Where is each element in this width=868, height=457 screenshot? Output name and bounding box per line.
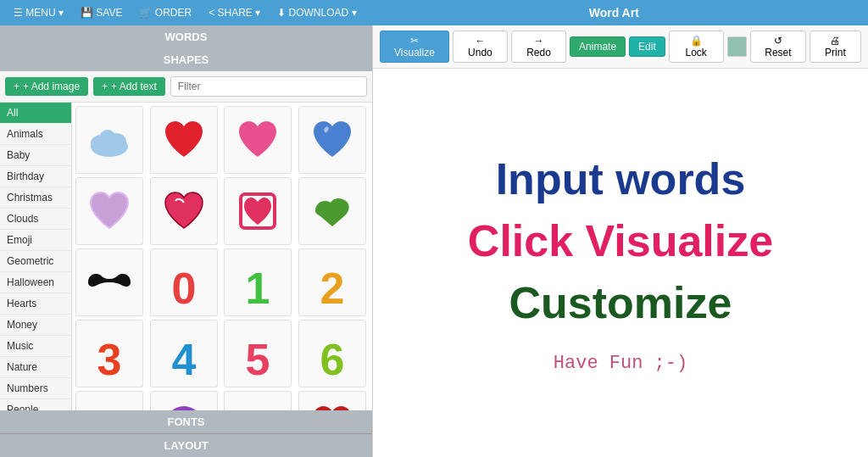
svg-point-3 [99, 130, 116, 147]
share-button[interactable]: < SHARE ▾ [202, 5, 267, 20]
category-list: AllAnimalsBabyBirthdayChristmasCloudsEmo… [0, 103, 72, 410]
add-text-button[interactable]: + + Add text [93, 77, 165, 96]
shape-bird-heart[interactable] [298, 177, 366, 245]
order-button[interactable]: 🛒 ORDER [132, 5, 198, 20]
category-item-numbers[interactable]: Numbers [0, 378, 71, 399]
words-section-header[interactable]: WORDS [0, 25, 372, 48]
category-item-money[interactable]: Money [0, 315, 71, 336]
canvas-line1: Input words [468, 148, 773, 210]
category-item-halloween[interactable]: Halloween [0, 272, 71, 293]
canvas-line3: Customize [468, 272, 773, 334]
toolbar: ✂ Visualize ← Undo → Redo Animate Edit 🔒… [373, 25, 868, 69]
svg-text:5: 5 [246, 335, 270, 379]
shape-red-shape[interactable] [298, 391, 366, 410]
shape-number-1[interactable]: 1 [224, 248, 292, 316]
shape-purple-circle[interactable] [150, 391, 218, 410]
save-button[interactable]: 💾 SAVE [74, 5, 129, 20]
right-panel: ✂ Visualize ← Undo → Redo Animate Edit 🔒… [373, 25, 868, 457]
topbar: ☰ MENU ▾ 💾 SAVE 🛒 ORDER < SHARE ▾ ⬇ DOWN… [0, 0, 868, 25]
reset-button[interactable]: ↺ Reset [750, 31, 806, 63]
canvas-line2: Click Visualize [468, 210, 773, 272]
category-item-nature[interactable]: Nature [0, 357, 71, 378]
category-item-hearts[interactable]: Hearts [0, 293, 71, 315]
left-panel: WORDS SHAPES + + Add image + + Add text … [0, 25, 373, 457]
shape-pink-heart[interactable] [224, 106, 292, 174]
svg-text:0: 0 [171, 264, 196, 308]
category-item-music[interactable]: Music [0, 336, 71, 357]
shape-number-3[interactable]: 3 [75, 320, 143, 387]
shape-lavender-heart[interactable] [75, 177, 143, 245]
shapes-section-header[interactable]: SHAPES [0, 48, 372, 71]
shape-mustache[interactable] [75, 248, 143, 316]
shapes-toolbar: + + Add image + + Add text [0, 71, 372, 103]
layout-section-header[interactable]: LAYOUT [0, 433, 372, 457]
color-swatch[interactable] [727, 36, 748, 57]
add-image-button[interactable]: + + Add image [5, 77, 88, 96]
category-item-christmas[interactable]: Christmas [0, 187, 71, 209]
canvas-area: Input words Click Visualize Customize Ha… [373, 69, 868, 457]
app-title: Word Art [367, 6, 861, 20]
shape-square-heart[interactable] [224, 177, 292, 245]
category-item-geometric[interactable]: Geometric [0, 251, 71, 272]
shapes-grid: 0 1 2 3 4 5 [72, 103, 372, 410]
category-item-emoji[interactable]: Emoji [0, 230, 71, 251]
shapes-section: + + Add image + + Add text AllAnimalsBab… [0, 71, 372, 410]
shapes-body: AllAnimalsBabyBirthdayChristmasCloudsEmo… [0, 103, 372, 410]
svg-text:6: 6 [320, 335, 344, 379]
shape-cloud[interactable] [75, 106, 143, 174]
filter-input[interactable] [170, 76, 367, 97]
plus-icon: + [102, 81, 108, 92]
plus-icon: + [14, 81, 19, 92]
shape-number-0[interactable]: 0 [150, 248, 218, 316]
canvas-line4: Have Fun ;-) [468, 351, 773, 377]
category-item-clouds[interactable]: Clouds [0, 209, 71, 230]
lock-button[interactable]: 🔒 Lock [669, 31, 724, 63]
category-item-animals[interactable]: Animals [0, 124, 71, 145]
undo-button[interactable]: ← Undo [453, 31, 508, 63]
menu-button[interactable]: ☰ MENU ▾ [7, 5, 70, 20]
redo-button[interactable]: → Redo [511, 31, 566, 63]
print-button[interactable]: 🖨 Print [810, 31, 861, 63]
category-item-all[interactable]: All [0, 103, 71, 124]
svg-text:1: 1 [246, 264, 270, 308]
fonts-section-header[interactable]: FONTS [0, 410, 372, 433]
category-item-baby[interactable]: Baby [0, 145, 71, 166]
category-item-people[interactable]: People [0, 399, 71, 410]
download-button[interactable]: ⬇ DOWNLOAD ▾ [270, 5, 363, 20]
svg-text:2: 2 [320, 264, 344, 308]
shape-red-heart[interactable] [150, 106, 218, 174]
svg-text:4: 4 [171, 335, 196, 379]
canvas-content: Input words Click Visualize Customize Ha… [468, 148, 773, 376]
shape-blue-heart[interactable] [298, 106, 366, 174]
svg-text:3: 3 [97, 335, 122, 379]
main-layout: WORDS SHAPES + + Add image + + Add text … [0, 25, 868, 457]
shape-number-4[interactable]: 4 [150, 320, 218, 387]
animate-button[interactable]: Animate [570, 36, 626, 57]
shape-number-6[interactable]: 6 [298, 320, 366, 387]
shape-decorative-heart[interactable] [150, 177, 218, 245]
edit-button[interactable]: Edit [629, 36, 665, 57]
category-item-birthday[interactable]: Birthday [0, 166, 71, 187]
shape-number-5[interactable]: 5 [224, 320, 292, 387]
shape-number-7[interactable]: 7 [75, 391, 143, 410]
shape-teal-nine[interactable]: 9 [224, 391, 292, 410]
shape-number-2[interactable]: 2 [298, 248, 366, 316]
visualize-button[interactable]: ✂ Visualize [380, 31, 449, 63]
